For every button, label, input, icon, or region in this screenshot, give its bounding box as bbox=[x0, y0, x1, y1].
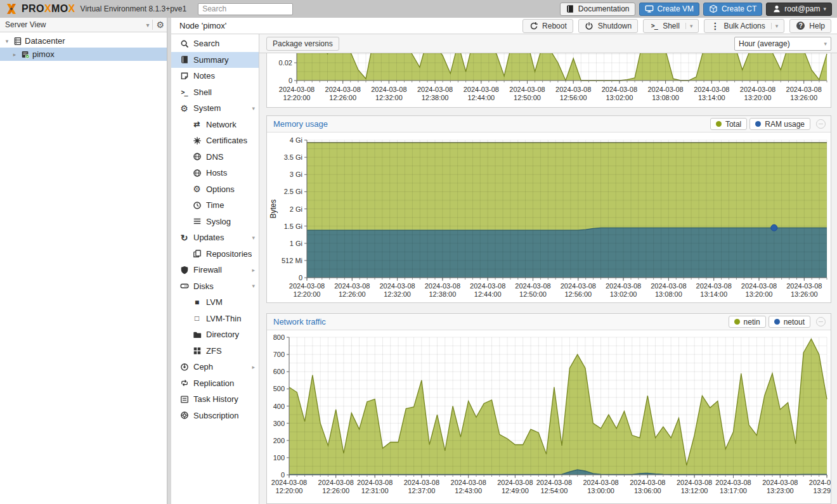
svg-text:2024-03-08: 2024-03-08 bbox=[762, 479, 798, 486]
ceph-icon bbox=[179, 363, 189, 372]
menu-item-network[interactable]: ⇄Network bbox=[171, 117, 259, 133]
menu-item-zfs[interactable]: ZFS bbox=[171, 343, 259, 359]
menu-item-label: Certificates bbox=[206, 136, 256, 145]
content-toolbar: Package versions Hour (average) ▾ bbox=[259, 34, 837, 53]
app-bar: PROXMOX Virtual Environment 8.1.3+pve1 D… bbox=[0, 0, 837, 18]
svg-text:2024-03-08: 2024-03-08 bbox=[318, 479, 354, 486]
caret-right-icon[interactable]: ▸ bbox=[11, 51, 18, 58]
chevron-down-icon[interactable]: ▾ bbox=[252, 105, 256, 112]
package-versions-button[interactable]: Package versions bbox=[266, 37, 339, 51]
svg-text:2024-03-08: 2024-03-08 bbox=[741, 282, 777, 290]
user-menu-button[interactable]: root@pam▾ bbox=[766, 3, 832, 16]
menu-item-label: Firewall bbox=[193, 265, 247, 275]
svg-text:0: 0 bbox=[299, 274, 302, 281]
menu-item-options[interactable]: ⚙Options bbox=[171, 181, 259, 198]
help-icon: ? bbox=[796, 22, 805, 30]
svg-text:13:26:00: 13:26:00 bbox=[791, 290, 818, 298]
menu-item-hosts[interactable]: Hosts bbox=[171, 165, 259, 181]
legend-ram-usage[interactable]: RAM usage bbox=[749, 118, 810, 130]
chevron-down-icon[interactable]: ▾ bbox=[252, 283, 256, 289]
th-icon bbox=[192, 346, 202, 355]
menu-item-time[interactable]: Time bbox=[171, 197, 259, 214]
hdd-icon bbox=[179, 281, 189, 290]
create-vm-button[interactable]: Create VM bbox=[639, 3, 699, 16]
shell-label: Shell bbox=[663, 22, 680, 30]
tree-item-datacenter[interactable]: ▾Datacenter bbox=[0, 34, 167, 48]
svg-text:400: 400 bbox=[273, 403, 285, 410]
reboot-label: Reboot bbox=[542, 22, 567, 30]
menu-item-dns[interactable]: DNS bbox=[171, 149, 259, 165]
menu-item-directory[interactable]: Directory bbox=[171, 326, 259, 343]
legend-label: RAM usage bbox=[765, 120, 805, 129]
svg-text:2024-03-08: 2024-03-08 bbox=[497, 479, 533, 486]
svg-text:12:20:00: 12:20:00 bbox=[276, 487, 303, 494]
chevron-down-icon[interactable]: ▾ bbox=[771, 23, 779, 29]
menu-item-label: LVM bbox=[206, 297, 256, 307]
memory-panel-header: Memory usage TotalRAM usage bbox=[267, 116, 831, 132]
menu-item-ceph[interactable]: Ceph▸ bbox=[171, 359, 259, 375]
copy-icon bbox=[192, 249, 202, 258]
legend-total[interactable]: Total bbox=[710, 118, 747, 130]
menu-item-shell[interactable]: >_Shell bbox=[171, 84, 259, 101]
shutdown-button[interactable]: Shutdown bbox=[578, 19, 638, 33]
menu-item-task-history[interactable]: Task History bbox=[171, 391, 259, 408]
svg-text:2024-03-08: 2024-03-08 bbox=[325, 86, 361, 93]
menu-item-lvm-thin[interactable]: □LVM-Thin bbox=[171, 311, 259, 327]
menu-item-label: Task History bbox=[193, 394, 256, 404]
collapse-panel-icon[interactable] bbox=[816, 317, 826, 326]
menu-item-disks[interactable]: Disks▾ bbox=[171, 278, 259, 295]
chevron-down-icon: ▾ bbox=[146, 22, 149, 29]
tree-item-pimox[interactable]: ▸pimox bbox=[0, 48, 167, 61]
menu-item-system[interactable]: ⚙System▾ bbox=[171, 100, 259, 117]
tree-view-selector[interactable]: Server View ▾ ⚙ bbox=[0, 18, 167, 32]
gear-icon[interactable]: ⚙ bbox=[156, 20, 164, 29]
collapse-panel-icon[interactable] bbox=[816, 119, 826, 129]
legend-netin[interactable]: netin bbox=[729, 316, 766, 328]
menu-item-label: Hosts bbox=[206, 168, 256, 178]
reboot-button[interactable]: Reboot bbox=[522, 19, 573, 33]
svg-text:13:08:00: 13:08:00 bbox=[652, 94, 679, 101]
svg-text:12:56:00: 12:56:00 bbox=[564, 290, 592, 298]
chevron-down-icon[interactable]: ▾ bbox=[252, 235, 256, 241]
svg-text:12:20:00: 12:20:00 bbox=[283, 94, 311, 101]
svg-text:2024-03-08: 2024-03-08 bbox=[536, 479, 572, 486]
svg-text:2024-03-08: 2024-03-08 bbox=[696, 282, 732, 290]
chevron-down-icon: ▾ bbox=[823, 6, 826, 12]
shell-button[interactable]: >_Shell▾ bbox=[643, 19, 699, 33]
menu-item-firewall[interactable]: Firewall▸ bbox=[171, 262, 259, 278]
menu-item-label: Updates bbox=[193, 233, 247, 242]
chevron-right-icon[interactable]: ▸ bbox=[252, 267, 256, 273]
chevron-right-icon[interactable]: ▸ bbox=[252, 364, 256, 370]
help-button[interactable]: ?Help bbox=[789, 19, 831, 33]
menu-item-updates[interactable]: ↻Updates▾ bbox=[171, 229, 259, 246]
bulk-actions-button[interactable]: ⋮Bulk Actions▾ bbox=[704, 19, 784, 33]
svg-text:2024-03-08: 2024-03-08 bbox=[289, 282, 325, 290]
menu-item-replication[interactable]: Replication bbox=[171, 375, 259, 392]
caret-down-icon[interactable]: ▾ bbox=[4, 38, 10, 44]
chevron-down-icon[interactable]: ▾ bbox=[685, 23, 693, 29]
summary-scroll-area[interactable]: 00.022024-03-0812:20:002024-03-0812:26:0… bbox=[259, 53, 837, 504]
legend-netout[interactable]: netout bbox=[769, 316, 810, 328]
node-icon bbox=[20, 50, 30, 59]
svg-text:2024-03-08: 2024-03-08 bbox=[451, 479, 486, 486]
svg-text:2024-03-08: 2024-03-08 bbox=[334, 282, 370, 290]
menu-item-syslog[interactable]: Syslog bbox=[171, 214, 259, 230]
svg-text:1 Gi: 1 Gi bbox=[290, 240, 302, 247]
timeframe-select[interactable]: Hour (average) ▾ bbox=[734, 37, 831, 51]
menu-item-lvm[interactable]: ■LVM bbox=[171, 294, 259, 311]
menu-item-certificates[interactable]: Certificates bbox=[171, 132, 259, 149]
menu-item-label: Ceph bbox=[193, 362, 247, 372]
svg-text:2024-03-08: 2024-03-08 bbox=[357, 479, 393, 486]
svg-text:2024-03-08: 2024-03-08 bbox=[647, 86, 683, 93]
menu-item-label: Notes bbox=[193, 71, 256, 81]
documentation-button[interactable]: Documentation bbox=[560, 3, 635, 16]
menu-item-repositories[interactable]: Repositories bbox=[171, 246, 259, 262]
menu-item-search[interactable]: Search bbox=[171, 36, 259, 52]
global-search-input[interactable] bbox=[198, 3, 293, 15]
create-ct-button[interactable]: Create CT bbox=[703, 3, 762, 16]
menu-item-summary[interactable]: Summary bbox=[171, 52, 259, 68]
svg-text:12:32:00: 12:32:00 bbox=[375, 94, 403, 101]
chart-panel-network: Network traffic netinnetout 010020030040… bbox=[266, 313, 831, 504]
menu-item-subscription[interactable]: Subscription bbox=[171, 408, 259, 424]
menu-item-notes[interactable]: Notes bbox=[171, 68, 259, 84]
